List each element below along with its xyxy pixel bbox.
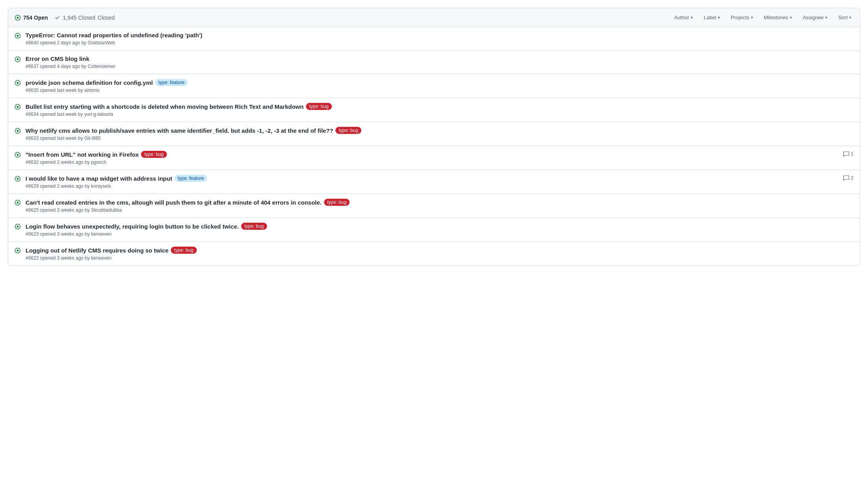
svg-point-1 [17,16,19,18]
label-filter-btn[interactable]: Label ▾ [701,13,722,22]
issue-title[interactable]: Can't read created entries in the cms, a… [26,199,322,206]
milestones-chevron-icon: ▾ [790,15,792,20]
comment-count: 2 [843,175,853,181]
issue-content: Logging out of Netlify CMS requires doin… [26,247,853,261]
issue-content: provide json schema definition for confi… [26,79,853,93]
issue-opened-text: opened 4 days ago by Coltensiemer [40,64,115,69]
issue-title[interactable]: I would like to have a map widget with a… [26,175,172,182]
issue-row: provide json schema definition for confi… [8,74,860,98]
issue-content: Login flow behaves unexpectedly, requiri… [26,223,853,237]
issue-title-row: Error on CMS blog link [26,55,853,62]
issue-meta: #6622 opened 3 weeks ago by benseven [26,255,853,261]
author-filter-label: Author [674,15,689,20]
issue-number: #6635 [26,88,38,93]
comment-icon [843,151,849,157]
issue-meta: #6634 opened last week by yuri-g-taboola [26,112,853,117]
issue-meta: #6623 opened 3 weeks ago by benseven [26,231,853,237]
issue-opened-text: opened 2 days ago by GoldstarWeb [40,40,115,46]
issue-title-row: Bullet list entry starting with a shortc… [26,103,853,110]
issue-title[interactable]: Logging out of Netlify CMS requires doin… [26,247,168,254]
issue-row: Why netlify cms allows to publish/save e… [8,122,860,146]
issue-title[interactable]: TypeError: Cannot read properties of und… [26,32,202,38]
header-left: 754 Open 1,945 Closed Closed [15,15,115,21]
issue-open-icon [15,223,21,231]
issue-meta: #6637 opened 4 days ago by Coltensiemer [26,64,853,69]
label-badge-bug[interactable]: type: bug [324,199,350,206]
svg-point-11 [17,130,19,132]
projects-filter-btn[interactable]: Projects ▾ [729,13,755,22]
check-icon [54,15,60,21]
label-badge-bug[interactable]: type: bug [171,247,196,254]
issues-header: 754 Open 1,945 Closed Closed Author ▾ La… [8,8,860,27]
comment-number: 1 [851,151,853,157]
projects-chevron-icon: ▾ [751,15,753,20]
label-badge-bug[interactable]: type: bug [141,151,167,158]
label-badge-feature[interactable]: type: feature [174,175,207,182]
issue-number: #6640 [26,40,38,46]
label-badge-bug[interactable]: type: bug [335,127,361,134]
milestones-filter-btn[interactable]: Milestones ▾ [762,13,794,22]
label-badge-bug[interactable]: type: bug [241,223,267,230]
issue-opened-text: opened last week by airtonix [40,88,99,93]
issue-opened-text: opened 3 weeks ago by Skrubbadubba [40,207,122,213]
milestones-filter-label: Milestones [764,15,788,20]
issue-title-row: Logging out of Netlify CMS requires doin… [26,247,853,254]
closed-status[interactable]: 1,945 Closed Closed [54,15,115,21]
issue-row: Login flow behaves unexpectedly, requiri… [8,218,860,242]
svg-point-9 [17,106,19,108]
issue-number: #6623 [26,231,38,237]
issue-meta: #6632 opened 2 weeks ago by pgooch [26,159,837,165]
svg-point-7 [17,82,19,84]
issue-number: #6634 [26,112,38,117]
issue-open-icon [15,128,21,135]
issue-row: Can't read created entries in the cms, a… [8,194,860,218]
issue-open-icon [15,33,21,40]
issue-title[interactable]: Bullet list entry starting with a shortc… [26,103,304,110]
issue-meta: #6633 opened last week by Git-l985 [26,135,853,141]
issue-title-row: Why netlify cms allows to publish/save e… [26,127,853,134]
issue-title-row: TypeError: Cannot read properties of und… [26,32,853,38]
issue-open-icon [15,56,21,64]
label-chevron-icon: ▾ [718,15,720,20]
svg-point-5 [17,59,19,60]
svg-point-21 [17,250,19,252]
issue-opened-text: opened 3 weeks ago by benseven [40,231,112,237]
svg-point-15 [17,178,19,180]
issue-title[interactable]: "Insert from URL" not working in Firefox [26,151,139,158]
issue-title[interactable]: Error on CMS blog link [26,55,90,62]
assignee-filter-btn[interactable]: Assignee ▾ [800,13,830,22]
sort-filter-btn[interactable]: Sort ▾ [836,13,853,22]
issue-title[interactable]: provide json schema definition for confi… [26,79,153,86]
issue-opened-text: opened last week by yuri-g-taboola [40,112,113,117]
issue-opened-text: opened 3 weeks ago by benseven [40,255,112,261]
label-badge-feature[interactable]: type: feature [155,79,188,86]
comment-count: 1 [843,151,853,157]
open-status[interactable]: 754 Open [15,15,48,21]
issue-content: Error on CMS blog link #6637 opened 4 da… [26,55,853,69]
issue-number: #6632 [26,159,38,165]
issue-number: #6622 [26,255,38,261]
issue-content: Why netlify cms allows to publish/save e… [26,127,853,141]
comment-icon [843,175,849,181]
sort-chevron-icon: ▾ [849,15,851,20]
label-filter-label: Label [704,15,716,20]
issue-meta: #6635 opened last week by airtonix [26,88,853,93]
closed-label: Closed [98,15,115,21]
issue-title[interactable]: Login flow behaves unexpectedly, requiri… [26,223,239,230]
label-badge-bug[interactable]: type: bug [306,103,331,110]
issue-content: TypeError: Cannot read properties of und… [26,32,853,46]
issue-title[interactable]: Why netlify cms allows to publish/save e… [26,127,333,134]
svg-point-3 [17,35,19,37]
issue-title-row: Login flow behaves unexpectedly, requiri… [26,223,853,230]
issue-content: Can't read created entries in the cms, a… [26,199,853,213]
issue-row: Logging out of Netlify CMS requires doin… [8,242,860,265]
issue-row: "Insert from URL" not working in Firefox… [8,146,860,170]
issue-open-icon [15,104,21,111]
issues-list: TypeError: Cannot read properties of und… [8,27,860,265]
issues-container: 754 Open 1,945 Closed Closed Author ▾ La… [8,8,860,266]
issue-title-row: "Insert from URL" not working in Firefox… [26,151,837,158]
issue-number: #6629 [26,183,38,189]
comment-number: 2 [851,175,853,181]
author-filter-btn[interactable]: Author ▾ [672,13,695,22]
issue-open-icon [15,80,21,87]
